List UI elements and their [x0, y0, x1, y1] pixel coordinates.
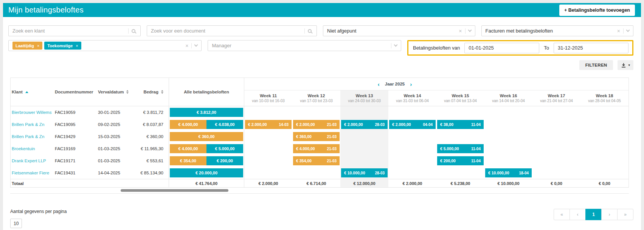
per-page-input[interactable]	[10, 219, 22, 228]
week-cell	[340, 131, 388, 143]
client-link[interactable]: Brillen Park & Zn	[11, 118, 54, 131]
week-promise-chip[interactable]: € 354,0021-03	[293, 156, 340, 165]
chip-date: 14-03	[279, 123, 289, 127]
week-promise-chip[interactable]: € 2.000,0021-03	[293, 120, 340, 129]
column-header-vervaldatum[interactable]: Vervaldatum	[97, 78, 138, 106]
client-link[interactable]: Drank Expert LLP	[11, 155, 54, 167]
week-cell: € 2.000,0021-03	[292, 118, 340, 131]
pagination: « ‹ 1 › »	[554, 209, 633, 220]
promise-chip[interactable]: € 200,00	[206, 156, 243, 165]
clear-icon[interactable]: ×	[617, 28, 620, 34]
week-cell: € 10.000,0018-04	[484, 167, 532, 179]
column-header-documentnummer: Documentnummer	[54, 78, 97, 106]
week-cell	[244, 143, 292, 155]
week-cell	[532, 155, 580, 167]
reconciliation-status-select[interactable]: Niet afgepunt ×	[323, 25, 475, 36]
week-promise-chip[interactable]: € 200,0011-04	[437, 156, 484, 165]
pagination-page-1[interactable]: 1	[585, 209, 602, 220]
promise-chip[interactable]: € 360,00	[170, 132, 243, 141]
week-range: van 07-04 tot 13-04	[444, 99, 477, 103]
clear-icon[interactable]: ×	[185, 43, 188, 48]
invoice-amount: € 11.965,30	[138, 143, 169, 155]
week-promise-chip[interactable]: € 2.000,0014-03	[245, 120, 292, 129]
chip-date: 18-04	[519, 171, 529, 175]
chip-date: 21-03	[327, 135, 337, 139]
week-cell: € 360,0021-03	[292, 131, 340, 143]
pagination-next-button[interactable]: ›	[601, 209, 618, 220]
status-tags-multiselect[interactable]: Laattijdig × Toekomstige × ×	[8, 40, 202, 51]
client-link[interactable]: Bierbrouwer Willems	[11, 106, 54, 118]
date-from-input[interactable]	[464, 43, 539, 53]
week-promise-chip[interactable]: € 2.000,0004-04	[389, 120, 436, 129]
horizontal-scrollbar[interactable]	[121, 189, 228, 192]
pagination-prev-button[interactable]: ‹	[570, 209, 586, 220]
chip-amount: € 360,00	[296, 134, 312, 139]
week-cell: € 10.000,0028-03	[340, 167, 388, 179]
week-cell	[484, 155, 532, 167]
client-search-input[interactable]	[8, 25, 141, 36]
pagination-last-button[interactable]: »	[617, 209, 633, 220]
promise-chip[interactable]: € 4.000,00	[170, 144, 206, 153]
filter-button[interactable]: FILTEREN	[579, 60, 613, 70]
invoice-type-select[interactable]: Facturen met betalingsbeloften ×	[481, 25, 634, 36]
search-icon[interactable]	[132, 29, 135, 33]
export-button[interactable]: ▾	[618, 60, 633, 70]
table-row: Brillen Park & ZnFAC1909509-02-2025€ 8.0…	[11, 118, 628, 131]
remove-tag-icon[interactable]: ×	[76, 44, 78, 48]
chip-date: 11-04	[471, 147, 481, 151]
week-promise-chip[interactable]: € 38,0011-04	[437, 120, 484, 129]
search-icon[interactable]	[308, 29, 312, 33]
promise-chip[interactable]: € 5.000,00	[206, 144, 243, 153]
week-promise-chip[interactable]: € 4.000,0021-03	[293, 144, 340, 153]
week-cell	[580, 143, 628, 155]
column-label: Bedrag	[143, 90, 158, 94]
week-label: Week 13	[356, 93, 373, 98]
chevron-down-icon[interactable]	[194, 43, 198, 47]
client-link[interactable]: Brillen Park & Zn	[11, 131, 54, 143]
client-link[interactable]: Broekentuin	[11, 143, 54, 155]
week-label: Week 12	[308, 93, 325, 98]
client-link[interactable]: Fietsenmaker Fiere	[11, 167, 54, 179]
page: Mijn betalingsbeloftes + Betalingsbeloft…	[3, 3, 641, 230]
column-header-klant[interactable]: Klant	[11, 78, 54, 106]
week-cell	[340, 143, 388, 155]
week-column-header: Week 16 van 14-04 tot 20-04	[484, 90, 532, 106]
week-promise-chip[interactable]: € 10.000,0028-03	[341, 168, 388, 177]
promise-chip[interactable]: € 3.812,00	[170, 108, 243, 117]
all-promises-cell: € 360,00	[169, 131, 244, 143]
chip-date: 21-03	[327, 123, 337, 127]
selected-value: Niet afgepunt	[327, 28, 356, 34]
table-row: Bierbrouwer WillemsFAC1905930-01-2025€ 3…	[11, 106, 628, 118]
remove-tag-icon[interactable]: ×	[37, 44, 39, 48]
date-to-input[interactable]	[554, 43, 628, 53]
add-payment-promise-button[interactable]: + Betalingsbelofte toevoegen	[559, 5, 635, 16]
week-range: van 14-04 tot 20-04	[492, 99, 525, 103]
week-cell: € 2.000,0028-03	[340, 118, 388, 131]
document-number: FAC19169	[54, 143, 97, 155]
column-header-bedrag[interactable]: Bedrag	[138, 78, 169, 106]
week-cell	[340, 155, 388, 167]
promises-table-panel: Klant Documentnummer Vervaldatum Bedrag …	[10, 78, 629, 194]
week-promise-chip[interactable]: € 5.000,0011-04	[437, 144, 484, 153]
promise-chip[interactable]: € 20.000,00	[170, 168, 243, 177]
promise-chip[interactable]: € 4.038,00	[206, 120, 243, 129]
manager-select[interactable]: Manager	[208, 40, 401, 51]
year-prev-button[interactable]: ‹	[378, 81, 380, 87]
week-cell	[244, 131, 292, 143]
week-promise-chip[interactable]: € 10.000,0018-04	[485, 168, 532, 177]
chevron-down-icon[interactable]	[626, 28, 630, 32]
week-cell: € 354,0021-03	[292, 155, 340, 167]
week-promise-chip[interactable]: € 2.000,0028-03	[341, 120, 388, 129]
week-label: Week 14	[404, 93, 421, 98]
document-search-input[interactable]	[147, 25, 317, 36]
chevron-down-icon[interactable]	[394, 43, 398, 47]
promise-chip[interactable]: € 354,00	[170, 156, 206, 165]
table-body: Bierbrouwer WillemsFAC1905930-01-2025€ 3…	[11, 106, 628, 179]
promise-chip[interactable]: € 4.000,00	[170, 120, 206, 129]
clear-icon[interactable]: ×	[459, 28, 462, 34]
year-next-button[interactable]: ›	[410, 81, 412, 87]
week-cell	[388, 167, 436, 179]
pagination-first-button[interactable]: «	[554, 209, 570, 220]
week-promise-chip[interactable]: € 360,0021-03	[293, 132, 340, 141]
chevron-down-icon[interactable]	[468, 28, 472, 32]
